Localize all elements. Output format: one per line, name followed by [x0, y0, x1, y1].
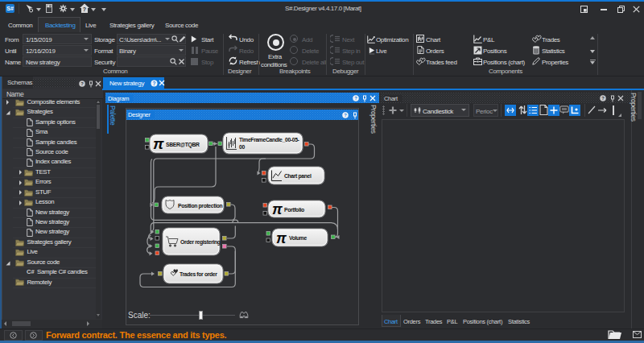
svg-text:Trades for order: Trades for order [180, 271, 217, 277]
svg-text:?: ? [601, 96, 605, 101]
svg-text:?: ? [153, 80, 156, 85]
svg-text:00: 00 [239, 144, 245, 150]
svg-text:SBER@TQBR: SBER@TQBR [166, 142, 200, 148]
svg-text:?: ? [83, 6, 86, 12]
svg-text:Volume: Volume [289, 235, 308, 241]
svg-text:Position protection: Position protection [178, 203, 222, 209]
svg-text:TimeFrameCandle_00-05-: TimeFrameCandle_00-05- [239, 137, 299, 143]
svg-text:π: π [276, 230, 287, 246]
svg-text:Portfolio: Portfolio [284, 207, 304, 213]
svg-text:?: ? [344, 113, 347, 118]
svg-text:?: ? [80, 81, 84, 86]
svg-text:π: π [272, 201, 283, 217]
svg-text:π: π [153, 135, 164, 152]
svg-text:Order registering: Order registering [180, 239, 221, 246]
svg-text:?: ? [354, 96, 357, 101]
svg-text:Chart panel: Chart panel [284, 173, 312, 180]
